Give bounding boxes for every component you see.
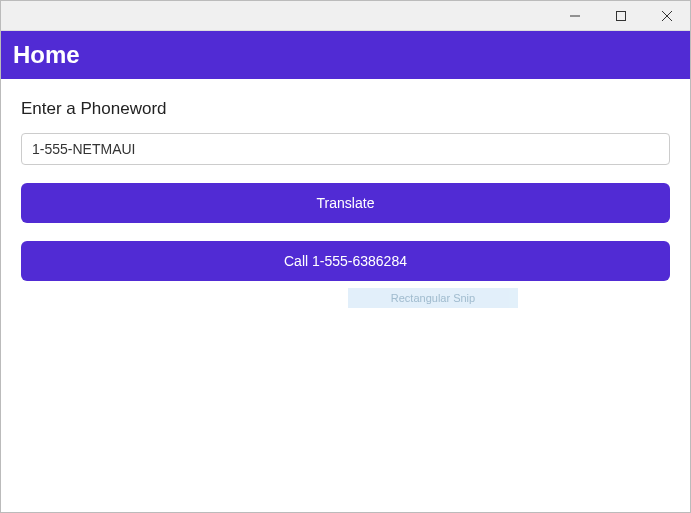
- translate-button[interactable]: Translate: [21, 183, 670, 223]
- close-icon: [662, 11, 672, 21]
- maximize-icon: [616, 11, 626, 21]
- window-titlebar: [1, 1, 690, 31]
- minimize-button[interactable]: [552, 1, 598, 30]
- svg-rect-1: [617, 11, 626, 20]
- snip-overlay-hint: Rectangular Snip: [348, 288, 518, 308]
- page-title: Home: [13, 41, 80, 69]
- main-content: Enter a Phoneword Translate Call 1-555-6…: [1, 79, 690, 319]
- maximize-button[interactable]: [598, 1, 644, 30]
- phoneword-label: Enter a Phoneword: [21, 99, 670, 119]
- app-header: Home: [1, 31, 690, 79]
- minimize-icon: [570, 11, 580, 21]
- close-button[interactable]: [644, 1, 690, 30]
- call-button[interactable]: Call 1-555-6386284: [21, 241, 670, 281]
- phoneword-input[interactable]: [21, 133, 670, 165]
